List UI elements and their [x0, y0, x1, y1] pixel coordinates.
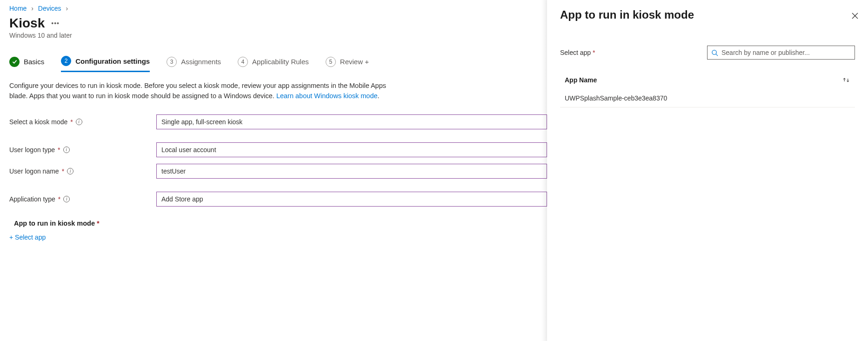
check-icon	[9, 57, 20, 67]
breadcrumb-devices[interactable]: Devices	[38, 5, 61, 12]
app-type-label: Application type * i	[9, 195, 156, 203]
tab-review[interactable]: 5 Review +	[326, 57, 369, 72]
required-indicator: *	[58, 195, 60, 203]
col-app-name[interactable]: App Name	[565, 76, 597, 84]
required-indicator: *	[62, 167, 64, 175]
tab-basics[interactable]: Basics	[9, 57, 44, 72]
chevron-right-icon: ›	[66, 5, 68, 12]
step-number: 4	[238, 57, 248, 67]
app-type-select[interactable]	[156, 192, 547, 207]
step-number: 3	[167, 57, 177, 67]
tab-label: Applicability Rules	[252, 58, 309, 66]
select-app-panel: App to run in kiosk mode Select app * Ap…	[547, 0, 868, 341]
svg-point-2	[712, 50, 716, 54]
panel-title: App to run in kiosk mode	[560, 8, 855, 21]
logon-name-label: User logon name * i	[9, 167, 156, 175]
kiosk-mode-label: Select a kiosk mode * i	[9, 118, 156, 126]
app-to-run-heading: App to run in kiosk mode*	[14, 220, 547, 227]
step-number: 2	[61, 56, 71, 66]
close-button[interactable]	[850, 11, 860, 20]
page-subtitle: Windows 10 and later	[9, 32, 547, 39]
breadcrumb-home[interactable]: Home	[9, 5, 27, 12]
wizard-tabs: Basics 2 Configuration settings 3 Assign…	[9, 56, 547, 72]
svg-line-3	[716, 54, 718, 56]
kiosk-mode-select[interactable]	[156, 114, 547, 129]
logon-name-input[interactable]	[156, 164, 547, 179]
info-icon[interactable]: i	[67, 168, 73, 174]
tab-label: Assignments	[181, 58, 221, 66]
tab-applicability-rules[interactable]: 4 Applicability Rules	[238, 57, 309, 72]
required-indicator: *	[58, 146, 60, 154]
search-input-wrap[interactable]	[707, 46, 855, 60]
breadcrumb: Home › Devices ›	[9, 5, 547, 12]
more-actions-button[interactable]: •••	[51, 20, 60, 27]
info-icon[interactable]: i	[63, 196, 70, 202]
logon-type-label: User logon type * i	[9, 146, 156, 154]
description-text: Configure your devices to run in kiosk m…	[9, 80, 400, 101]
tab-label: Basics	[24, 58, 44, 66]
required-indicator: *	[593, 49, 595, 56]
page-title: Kiosk	[9, 16, 45, 31]
search-input[interactable]	[721, 49, 851, 56]
sort-icon[interactable]	[842, 77, 850, 83]
search-icon	[711, 49, 718, 56]
logon-type-select[interactable]	[156, 142, 547, 157]
select-app-link[interactable]: + Select app	[9, 234, 46, 241]
info-icon[interactable]: i	[76, 119, 82, 125]
step-number: 5	[326, 57, 336, 67]
app-table: App Name UWPSplashSample-ceb3e3ea8370	[560, 76, 855, 107]
tab-assignments[interactable]: 3 Assignments	[167, 57, 221, 72]
info-icon[interactable]: i	[63, 147, 70, 153]
tab-label: Review +	[340, 58, 369, 66]
required-indicator: *	[70, 118, 73, 126]
tab-configuration-settings[interactable]: 2 Configuration settings	[61, 56, 150, 72]
chevron-right-icon: ›	[31, 5, 33, 12]
tab-label: Configuration settings	[75, 57, 150, 65]
required-indicator: *	[97, 220, 100, 227]
table-row[interactable]: UWPSplashSample-ceb3e3ea8370	[560, 89, 855, 107]
learn-link[interactable]: Learn about Windows kiosk mode	[276, 92, 378, 100]
select-app-label: Select app *	[560, 49, 707, 56]
